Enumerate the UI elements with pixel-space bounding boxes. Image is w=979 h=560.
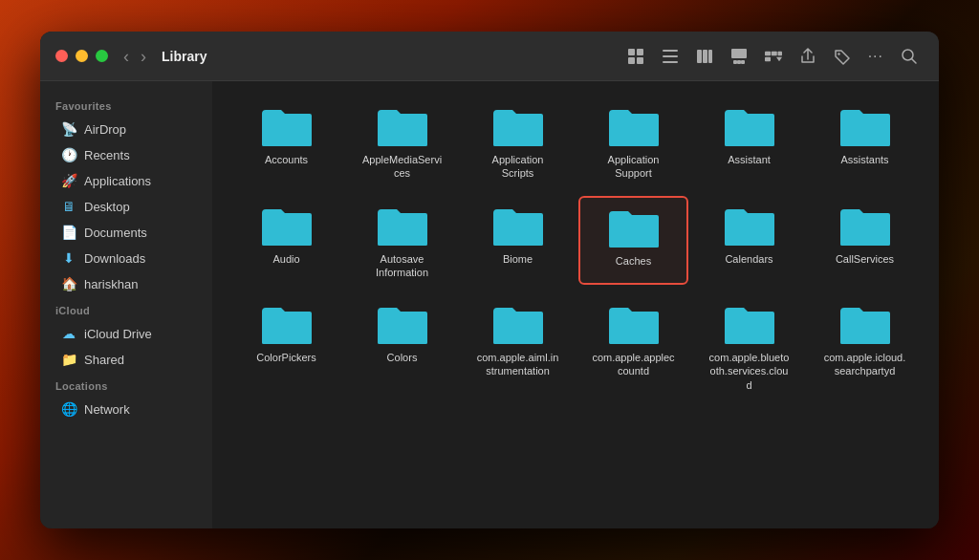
sidebar-item-desktop[interactable]: 🖥 Desktop xyxy=(46,194,207,219)
folder-name: com.apple.bluetooth.services.cloud xyxy=(707,351,792,392)
folder-name: CallServices xyxy=(836,252,894,266)
forward-button[interactable]: › xyxy=(137,46,150,67)
folder-svg xyxy=(491,104,545,148)
folder-name: Colors xyxy=(387,351,418,364)
columns-icon xyxy=(696,48,713,65)
folder-name: Audio xyxy=(272,252,299,266)
folder-svg xyxy=(723,302,776,346)
list-icon xyxy=(662,48,679,65)
tag-button[interactable] xyxy=(828,44,857,69)
shared-icon: 📁 xyxy=(61,352,76,367)
folder-name: Application Scripts xyxy=(476,153,560,181)
locations-label: Locations xyxy=(40,373,212,396)
sidebar-item-icloud-drive[interactable]: ☁ iCloud Drive xyxy=(46,321,207,346)
folder-name: AppleMediaServices xyxy=(360,153,445,181)
recents-icon: 🕐 xyxy=(61,147,76,162)
sidebar-item-shared[interactable]: 📁 Shared xyxy=(46,347,207,372)
folder-item-colorpickers[interactable]: ColorPickers xyxy=(231,294,341,398)
view-more-dropdown-button[interactable] xyxy=(759,44,788,69)
folder-item-audio[interactable]: Audio xyxy=(231,196,341,286)
sidebar-item-downloads[interactable]: ⬇ Downloads xyxy=(46,246,207,270)
folder-name: Accounts xyxy=(265,153,308,166)
sidebar-item-hariskhan[interactable]: 🏠 hariskhan xyxy=(46,271,207,296)
icloud-label: iCloud xyxy=(40,297,212,320)
close-button[interactable] xyxy=(55,50,68,62)
sidebar-item-network[interactable]: 🌐 Network xyxy=(46,397,207,421)
folder-item-biome[interactable]: Biome xyxy=(463,196,573,286)
svg-rect-13 xyxy=(741,60,745,64)
folder-name: Autosave Information xyxy=(360,252,445,280)
grid-icon xyxy=(627,48,644,65)
file-area: Accounts AppleMediaServices Application … xyxy=(212,81,939,528)
downloads-icon: ⬇ xyxy=(61,250,76,266)
folder-svg xyxy=(838,104,892,148)
folder-item-caches[interactable]: Caches xyxy=(578,196,688,286)
svg-rect-1 xyxy=(637,49,643,55)
main-content: Favourites 📡 AirDrop 🕐 Recents 🚀 Applica… xyxy=(40,81,939,528)
svg-rect-14 xyxy=(765,51,771,55)
view-columns-button[interactable] xyxy=(690,44,719,69)
folder-item-autosave-information[interactable]: Autosave Information xyxy=(347,196,457,286)
folder-name: com.apple.icloud.searchpartyd xyxy=(823,351,907,378)
sidebar-item-applications[interactable]: 🚀 Applications xyxy=(46,168,207,193)
folder-item-colors[interactable]: Colors xyxy=(347,294,457,398)
sidebar: Favourites 📡 AirDrop 🕐 Recents 🚀 Applica… xyxy=(40,81,212,528)
tag-icon xyxy=(834,48,851,65)
nav-buttons: ‹ › xyxy=(120,46,150,67)
network-icon: 🌐 xyxy=(61,401,76,417)
more-options-button[interactable]: ··· xyxy=(862,44,889,69)
folder-item-assistant[interactable]: Assistant xyxy=(694,97,804,186)
window-title: Library xyxy=(162,49,207,64)
svg-rect-7 xyxy=(697,50,702,63)
folder-item-com-apple-appleccountd[interactable]: com.apple.appleccountd xyxy=(578,294,688,398)
sidebar-item-label-shared: Shared xyxy=(84,353,124,367)
folder-item-callservices[interactable]: CallServices xyxy=(810,196,920,286)
folder-item-accounts[interactable]: Accounts xyxy=(231,97,341,186)
sidebar-item-label-icloud: iCloud Drive xyxy=(84,327,152,341)
sidebar-item-label-applications: Applications xyxy=(84,174,151,188)
sidebar-item-label-airdrop: AirDrop xyxy=(84,122,126,137)
folder-svg xyxy=(260,302,314,346)
svg-rect-2 xyxy=(628,57,635,64)
icloud-icon: ☁ xyxy=(61,326,76,341)
folder-svg xyxy=(491,302,545,346)
sidebar-item-recents[interactable]: 🕐 Recents xyxy=(46,142,207,167)
search-button[interactable] xyxy=(895,44,924,69)
share-button[interactable] xyxy=(794,44,822,69)
folder-item-com-apple-bluetooth[interactable]: com.apple.bluetooth.services.cloud xyxy=(694,294,804,398)
view-list-button[interactable] xyxy=(656,44,685,69)
svg-rect-17 xyxy=(765,56,771,61)
svg-marker-18 xyxy=(776,56,782,61)
folder-item-calendars[interactable]: Calendars xyxy=(694,196,804,286)
sidebar-item-documents[interactable]: 📄 Documents xyxy=(46,220,207,245)
svg-rect-3 xyxy=(637,57,643,64)
svg-point-19 xyxy=(838,53,839,54)
documents-icon: 📄 xyxy=(61,225,76,240)
minimize-button[interactable] xyxy=(76,50,88,62)
folder-name: ColorPickers xyxy=(256,351,315,364)
folder-name: com.apple.aiml.instrumentation xyxy=(476,351,560,378)
folder-svg xyxy=(260,104,314,148)
folder-item-assistants[interactable]: Assistants xyxy=(810,97,920,186)
home-icon: 🏠 xyxy=(61,276,76,291)
maximize-button[interactable] xyxy=(96,50,108,62)
back-button[interactable]: ‹ xyxy=(120,46,133,67)
view-gallery-button[interactable] xyxy=(725,44,753,69)
finder-window: ‹ › Library xyxy=(40,32,939,528)
folder-item-application-scripts[interactable]: Application Scripts xyxy=(463,97,573,186)
folder-svg xyxy=(376,104,429,148)
folder-item-com-apple-aiml[interactable]: com.apple.aiml.instrumentation xyxy=(463,294,573,398)
folder-name: Assistant xyxy=(728,153,771,166)
sidebar-item-airdrop[interactable]: 📡 AirDrop xyxy=(46,117,207,141)
folder-item-com-apple-icloud[interactable]: com.apple.icloud.searchpartyd xyxy=(810,294,920,398)
folder-item-application-support[interactable]: Application Support xyxy=(578,97,688,186)
svg-rect-8 xyxy=(703,50,707,63)
sidebar-item-label-documents: Documents xyxy=(84,226,147,240)
sidebar-item-label-hariskhan: hariskhan xyxy=(84,277,138,291)
folder-item-applemediaservices[interactable]: AppleMediaServices xyxy=(347,97,457,186)
folder-name: Biome xyxy=(503,252,533,266)
svg-rect-12 xyxy=(737,60,741,64)
folder-svg xyxy=(376,302,429,346)
share-icon xyxy=(799,48,816,65)
view-grid-button[interactable] xyxy=(621,44,650,69)
